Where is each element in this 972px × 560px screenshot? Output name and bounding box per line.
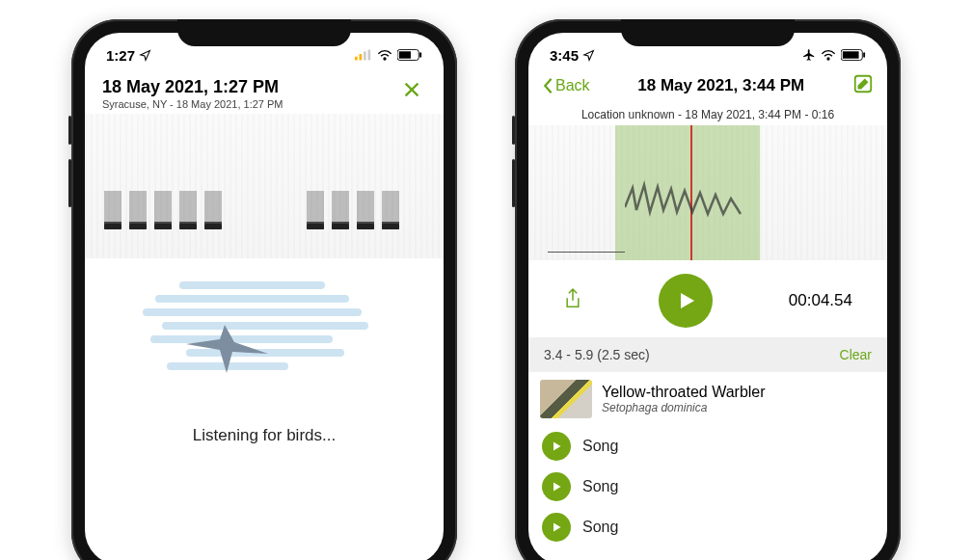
clear-selection-button[interactable]: Clear: [840, 347, 872, 362]
svg-rect-11: [863, 52, 865, 58]
song-label: Song: [582, 438, 618, 455]
playback-controls: 00:04.54: [528, 260, 887, 337]
svg-rect-2: [364, 51, 366, 60]
spectrogram-playback[interactable]: [528, 125, 887, 260]
species-result[interactable]: Yellow-throated Warbler Setophaga domini…: [528, 372, 887, 426]
timeline-tick: [548, 252, 625, 253]
svg-point-8: [827, 58, 829, 60]
svg-point-4: [384, 58, 386, 60]
svg-rect-6: [399, 51, 411, 58]
close-button[interactable]: [397, 77, 426, 106]
svg-rect-3: [368, 50, 371, 61]
battery-icon: [841, 49, 866, 61]
recording-meta: Location unknown - 18 May 2021, 3:44 PM …: [528, 104, 887, 125]
song-label: Song: [582, 519, 618, 536]
song-play-button[interactable]: [542, 432, 571, 461]
share-button[interactable]: [563, 287, 582, 314]
battery-icon: [397, 49, 422, 61]
chevron-left-icon: [542, 77, 554, 94]
play-icon: [551, 521, 562, 533]
svg-rect-1: [360, 54, 363, 60]
waveform-trace: [625, 173, 770, 222]
share-icon: [563, 287, 582, 310]
song-item[interactable]: Song: [528, 467, 887, 507]
signal-icon: [355, 49, 372, 61]
timecode: 00:04.54: [789, 291, 852, 310]
song-play-button[interactable]: [542, 513, 571, 542]
screen-right: 3:45 Back 18 May 2021, 3:44 PM Location …: [528, 33, 887, 560]
notch: [177, 19, 351, 46]
edit-icon: [852, 73, 874, 94]
notch: [621, 19, 795, 46]
navigation-bar: Back 18 May 2021, 3:44 PM: [528, 69, 887, 104]
wifi-icon: [821, 49, 836, 61]
nav-title: 18 May 2021, 3:44 PM: [637, 76, 804, 95]
recording-title: 18 May 2021, 1:27 PM: [102, 77, 397, 97]
play-icon: [674, 289, 697, 312]
recording-header: 18 May 2021, 1:27 PM Syracuse, NY - 18 M…: [85, 69, 444, 114]
recording-subtitle: Syracuse, NY - 18 May 2021, 1:27 PM: [102, 98, 397, 110]
bird-illustration: [85, 262, 444, 407]
close-icon: [401, 79, 422, 100]
selection-bar: 3.4 - 5.9 (2.5 sec) Clear: [528, 337, 887, 372]
play-button[interactable]: [659, 274, 713, 328]
airplane-mode-icon: [802, 48, 816, 62]
song-label: Song: [582, 478, 618, 495]
play-icon: [551, 481, 562, 493]
back-label: Back: [555, 77, 590, 94]
listening-status: Listening for birds...: [85, 426, 444, 445]
phone-left: 1:27 18 May 2021, 1:27 PM Syracuse, NY -…: [71, 19, 457, 560]
screen-left: 1:27 18 May 2021, 1:27 PM Syracuse, NY -…: [85, 33, 444, 560]
song-item[interactable]: Song: [528, 507, 887, 547]
species-thumbnail: [540, 380, 592, 418]
selection-info: 3.4 - 5.9 (2.5 sec): [544, 347, 650, 362]
status-time: 1:27: [106, 47, 135, 64]
phone-right: 3:45 Back 18 May 2021, 3:44 PM Location …: [515, 19, 901, 560]
play-icon: [551, 440, 562, 452]
back-button[interactable]: Back: [542, 77, 590, 94]
song-play-button[interactable]: [542, 472, 571, 501]
song-item[interactable]: Song: [528, 426, 887, 467]
status-time: 3:45: [550, 47, 579, 64]
wifi-icon: [377, 49, 392, 61]
species-scientific-name: Setophaga dominica: [602, 401, 766, 414]
location-arrow-icon: [582, 49, 595, 62]
svg-rect-10: [843, 51, 859, 58]
edit-button[interactable]: [852, 73, 874, 98]
bird-silhouette-icon: [176, 315, 273, 383]
svg-rect-0: [355, 57, 358, 61]
svg-rect-7: [419, 52, 421, 58]
spectrogram-live: [85, 114, 444, 258]
species-common-name: Yellow-throated Warbler: [602, 384, 766, 401]
location-arrow-icon: [139, 49, 151, 62]
